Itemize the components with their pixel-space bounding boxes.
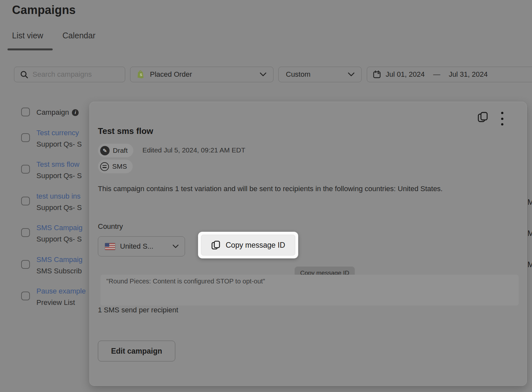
campaign-subtitle: SMS Subscrib: [36, 267, 82, 275]
campaign-detail-card: Test sms flow ✎ Draft Edited Jul 5, 2024…: [89, 102, 527, 386]
range-dropdown-label: Custom: [286, 70, 311, 79]
chevron-down-icon: [259, 72, 267, 77]
kebab-menu-icon[interactable]: [499, 111, 505, 126]
country-select[interactable]: United S...: [98, 236, 185, 256]
metric-dropdown-label: Placed Order: [150, 70, 192, 79]
clipped-text-fragment: M: [527, 229, 532, 238]
active-tab-underline: [7, 48, 53, 50]
row-checkbox[interactable]: [21, 165, 30, 174]
search-icon: [20, 70, 29, 79]
date-range-type-dropdown[interactable]: Custom: [278, 67, 362, 82]
edit-campaign-button[interactable]: Edit campaign: [98, 341, 175, 361]
campaign-link[interactable]: SMS Campaig: [36, 224, 83, 232]
us-flag-icon: [105, 243, 115, 250]
copy-icon: [211, 240, 221, 250]
pencil-icon: ✎: [100, 146, 110, 155]
page-title: Campaigns: [12, 3, 76, 17]
sms-chat-icon: [100, 162, 109, 171]
date-range-picker[interactable]: Jul 01, 2024 — Jul 31, 2024: [367, 67, 532, 82]
row-checkbox[interactable]: [21, 197, 30, 205]
campaign-subtitle: Support Qs- S: [36, 172, 82, 180]
search-input[interactable]: [33, 70, 126, 79]
date-range-end: Jul 31, 2024: [449, 70, 488, 79]
campaign-subtitle: Support Qs- S: [36, 235, 82, 243]
tab-calendar[interactable]: Calendar: [62, 31, 95, 40]
tab-list-view[interactable]: List view: [12, 31, 43, 40]
row-checkbox[interactable]: [21, 228, 30, 237]
campaign-subtitle: Support Qs- S: [36, 203, 82, 212]
status-badge-label: Draft: [113, 147, 128, 154]
clipped-text-fragment: M: [527, 198, 532, 207]
edited-timestamp: Edited Jul 5, 2024, 09:21 AM EDT: [142, 146, 245, 154]
campaign-column-header-label: Campaign: [36, 108, 69, 117]
card-description: This campaign contains 1 test variation …: [98, 183, 475, 194]
campaign-link[interactable]: test unsub ins: [36, 192, 81, 201]
copy-message-id-label: Copy message ID: [226, 241, 285, 250]
svg-text:S: S: [140, 73, 142, 77]
country-select-value: United S...: [120, 242, 153, 251]
date-range-start: Jul 01, 2024: [386, 70, 425, 79]
row-checkbox[interactable]: [21, 292, 30, 300]
chevron-down-icon: [348, 72, 355, 77]
campaign-link[interactable]: Test sms flow: [36, 160, 79, 169]
campaign-column-header: Campaign i: [36, 108, 79, 117]
select-all-checkbox[interactable]: [21, 108, 30, 116]
calendar-icon: [373, 70, 381, 79]
copy-icon-button[interactable]: [477, 111, 489, 124]
search-box[interactable]: [14, 67, 125, 82]
info-icon[interactable]: i: [72, 109, 79, 116]
campaigns-page: Campaigns List view Calendar S Placed Or…: [0, 0, 532, 392]
campaign-subtitle: Support Qs- S: [36, 140, 82, 149]
shopify-icon: S: [138, 70, 146, 79]
copy-icon: [477, 111, 489, 123]
chevron-down-icon: [172, 244, 179, 249]
card-title: Test sms flow: [98, 126, 153, 136]
metric-dropdown[interactable]: S Placed Order: [130, 67, 273, 82]
spotlight-highlight: Copy message ID: [198, 232, 298, 258]
row-checkbox[interactable]: [21, 260, 30, 269]
channel-badge-label: SMS: [112, 163, 127, 170]
channel-badge: SMS: [98, 160, 133, 173]
row-checkbox[interactable]: [21, 133, 30, 142]
copy-message-id-button[interactable]: Copy message ID: [201, 235, 295, 255]
clipped-text-fragment: M: [527, 260, 532, 269]
message-preview-panel: "Round Pieces: Content is configured STO…: [100, 275, 519, 306]
campaign-link[interactable]: Test currency: [36, 129, 79, 137]
campaign-link[interactable]: SMS Campaig: [36, 255, 83, 264]
message-preview-text: "Round Pieces: Content is configured STO…: [106, 278, 513, 285]
campaign-subtitle: Preview List: [36, 298, 75, 307]
send-info-text: 1 SMS send per recipient: [98, 306, 178, 314]
status-badge: ✎ Draft: [98, 144, 133, 157]
country-label: Country: [98, 222, 123, 231]
campaign-link[interactable]: Pause example: [36, 287, 86, 295]
date-range-separator: —: [429, 70, 444, 79]
